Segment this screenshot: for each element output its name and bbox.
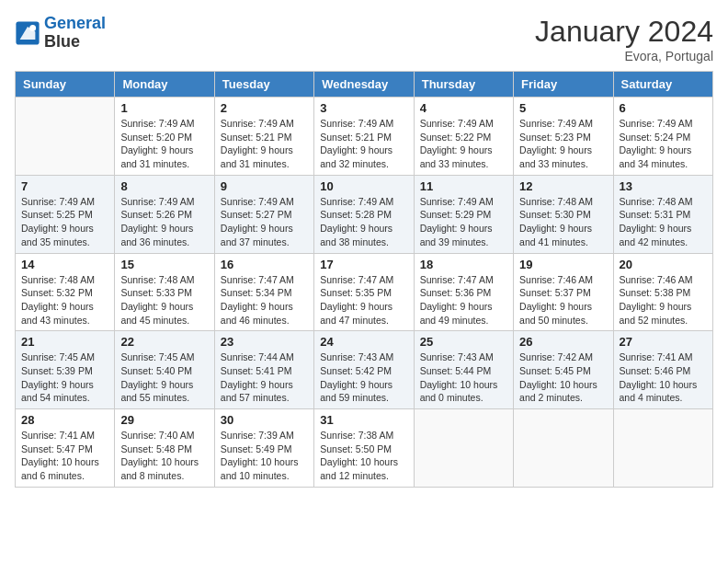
day-info: Sunrise: 7:41 AM Sunset: 5:47 PM Dayligh… [21, 429, 108, 483]
calendar-cell: 12Sunrise: 7:48 AM Sunset: 5:30 PM Dayli… [514, 175, 613, 253]
calendar-header-cell: Tuesday [214, 72, 313, 98]
calendar-cell: 19Sunrise: 7:46 AM Sunset: 5:37 PM Dayli… [514, 253, 613, 331]
day-number: 10 [320, 179, 407, 193]
day-number: 7 [21, 179, 108, 193]
day-info: Sunrise: 7:49 AM Sunset: 5:24 PM Dayligh… [620, 117, 707, 171]
calendar-cell [613, 409, 712, 488]
page-header: General Blue January 2024 Evora, Portuga… [15, 15, 713, 63]
calendar-cell [16, 98, 115, 176]
day-number: 5 [519, 101, 607, 115]
calendar-cell [414, 409, 513, 488]
day-number: 31 [320, 413, 407, 427]
day-number: 24 [320, 335, 407, 349]
day-info: Sunrise: 7:47 AM Sunset: 5:35 PM Dayligh… [320, 273, 407, 327]
calendar-week-row: 21Sunrise: 7:45 AM Sunset: 5:39 PM Dayli… [16, 331, 713, 409]
day-info: Sunrise: 7:43 AM Sunset: 5:42 PM Dayligh… [320, 350, 407, 405]
calendar-header-cell: Sunday [16, 72, 115, 98]
day-info: Sunrise: 7:42 AM Sunset: 5:45 PM Dayligh… [519, 350, 607, 405]
day-number: 17 [320, 258, 407, 271]
calendar-cell: 6Sunrise: 7:49 AM Sunset: 5:24 PM Daylig… [613, 98, 712, 176]
day-number: 30 [221, 413, 308, 427]
calendar-week-row: 28Sunrise: 7:41 AM Sunset: 5:47 PM Dayli… [16, 409, 713, 488]
calendar-cell: 16Sunrise: 7:47 AM Sunset: 5:34 PM Dayli… [214, 253, 313, 331]
day-number: 11 [420, 179, 507, 193]
day-info: Sunrise: 7:49 AM Sunset: 5:21 PM Dayligh… [320, 117, 407, 171]
day-info: Sunrise: 7:49 AM Sunset: 5:29 PM Dayligh… [420, 195, 507, 249]
day-number: 12 [519, 179, 607, 193]
day-info: Sunrise: 7:46 AM Sunset: 5:37 PM Dayligh… [519, 273, 607, 327]
day-info: Sunrise: 7:47 AM Sunset: 5:34 PM Dayligh… [221, 273, 308, 327]
day-number: 18 [420, 258, 507, 271]
day-info: Sunrise: 7:49 AM Sunset: 5:20 PM Dayligh… [120, 117, 208, 171]
calendar-header-cell: Thursday [414, 72, 513, 98]
calendar-cell: 8Sunrise: 7:49 AM Sunset: 5:26 PM Daylig… [115, 175, 214, 253]
day-number: 8 [120, 179, 208, 193]
logo-text: General Blue [44, 15, 106, 52]
day-number: 13 [620, 179, 707, 193]
calendar-cell: 26Sunrise: 7:42 AM Sunset: 5:45 PM Dayli… [514, 331, 613, 409]
day-info: Sunrise: 7:46 AM Sunset: 5:38 PM Dayligh… [620, 273, 707, 327]
day-number: 16 [221, 258, 308, 271]
day-info: Sunrise: 7:49 AM Sunset: 5:27 PM Dayligh… [221, 195, 308, 249]
day-number: 20 [620, 258, 707, 271]
day-number: 4 [420, 101, 507, 115]
day-number: 19 [519, 258, 607, 271]
calendar-header-cell: Wednesday [314, 72, 414, 98]
calendar-table: SundayMondayTuesdayWednesdayThursdayFrid… [15, 71, 713, 488]
day-info: Sunrise: 7:45 AM Sunset: 5:39 PM Dayligh… [21, 350, 108, 405]
calendar-cell [514, 409, 613, 488]
day-info: Sunrise: 7:39 AM Sunset: 5:49 PM Dayligh… [221, 429, 308, 483]
day-number: 26 [519, 335, 607, 349]
day-info: Sunrise: 7:47 AM Sunset: 5:36 PM Dayligh… [420, 273, 507, 327]
day-number: 27 [620, 335, 707, 349]
day-info: Sunrise: 7:48 AM Sunset: 5:33 PM Dayligh… [120, 273, 208, 327]
calendar-cell: 9Sunrise: 7:49 AM Sunset: 5:27 PM Daylig… [214, 175, 313, 253]
calendar-week-row: 1Sunrise: 7:49 AM Sunset: 5:20 PM Daylig… [16, 98, 713, 176]
day-number: 21 [21, 335, 108, 349]
day-number: 3 [320, 101, 407, 115]
day-info: Sunrise: 7:49 AM Sunset: 5:23 PM Dayligh… [519, 117, 607, 171]
calendar-cell: 4Sunrise: 7:49 AM Sunset: 5:22 PM Daylig… [414, 98, 513, 176]
day-info: Sunrise: 7:48 AM Sunset: 5:30 PM Dayligh… [519, 195, 607, 249]
day-number: 9 [221, 179, 308, 193]
month-title: January 2024 [535, 15, 713, 49]
day-info: Sunrise: 7:49 AM Sunset: 5:25 PM Dayligh… [21, 195, 108, 249]
location: Evora, Portugal [535, 49, 713, 63]
day-info: Sunrise: 7:49 AM Sunset: 5:26 PM Dayligh… [120, 195, 208, 249]
calendar-body: 1Sunrise: 7:49 AM Sunset: 5:20 PM Daylig… [16, 98, 713, 488]
day-number: 29 [120, 413, 208, 427]
calendar-cell: 15Sunrise: 7:48 AM Sunset: 5:33 PM Dayli… [115, 253, 214, 331]
day-number: 23 [221, 335, 308, 349]
day-info: Sunrise: 7:49 AM Sunset: 5:22 PM Dayligh… [420, 117, 507, 171]
calendar-header-cell: Monday [115, 72, 214, 98]
day-info: Sunrise: 7:41 AM Sunset: 5:46 PM Dayligh… [620, 350, 707, 405]
calendar-header-cell: Saturday [613, 72, 712, 98]
calendar-cell: 2Sunrise: 7:49 AM Sunset: 5:21 PM Daylig… [214, 98, 313, 176]
day-info: Sunrise: 7:49 AM Sunset: 5:28 PM Dayligh… [320, 195, 407, 249]
calendar-cell: 23Sunrise: 7:44 AM Sunset: 5:41 PM Dayli… [214, 331, 313, 409]
title-block: January 2024 Evora, Portugal [535, 15, 713, 63]
logo-line2: Blue [44, 33, 106, 52]
calendar-cell: 21Sunrise: 7:45 AM Sunset: 5:39 PM Dayli… [16, 331, 115, 409]
svg-point-2 [29, 25, 36, 31]
calendar-cell: 22Sunrise: 7:45 AM Sunset: 5:40 PM Dayli… [115, 331, 214, 409]
day-number: 2 [221, 101, 308, 115]
calendar-header-row: SundayMondayTuesdayWednesdayThursdayFrid… [16, 72, 713, 98]
calendar-cell: 30Sunrise: 7:39 AM Sunset: 5:49 PM Dayli… [214, 409, 313, 488]
day-info: Sunrise: 7:40 AM Sunset: 5:48 PM Dayligh… [120, 429, 208, 483]
calendar-cell: 27Sunrise: 7:41 AM Sunset: 5:46 PM Dayli… [613, 331, 712, 409]
day-number: 28 [21, 413, 108, 427]
logo-icon [15, 20, 40, 46]
calendar-header-cell: Friday [514, 72, 613, 98]
day-info: Sunrise: 7:48 AM Sunset: 5:32 PM Dayligh… [21, 273, 108, 327]
day-info: Sunrise: 7:38 AM Sunset: 5:50 PM Dayligh… [320, 429, 407, 483]
calendar-cell: 5Sunrise: 7:49 AM Sunset: 5:23 PM Daylig… [514, 98, 613, 176]
calendar-cell: 28Sunrise: 7:41 AM Sunset: 5:47 PM Dayli… [16, 409, 115, 488]
calendar-cell: 31Sunrise: 7:38 AM Sunset: 5:50 PM Dayli… [314, 409, 414, 488]
day-number: 6 [620, 101, 707, 115]
day-number: 22 [120, 335, 208, 349]
day-info: Sunrise: 7:48 AM Sunset: 5:31 PM Dayligh… [620, 195, 707, 249]
logo: General Blue [15, 15, 106, 52]
calendar-cell: 24Sunrise: 7:43 AM Sunset: 5:42 PM Dayli… [314, 331, 414, 409]
logo-line1: General [44, 14, 106, 32]
